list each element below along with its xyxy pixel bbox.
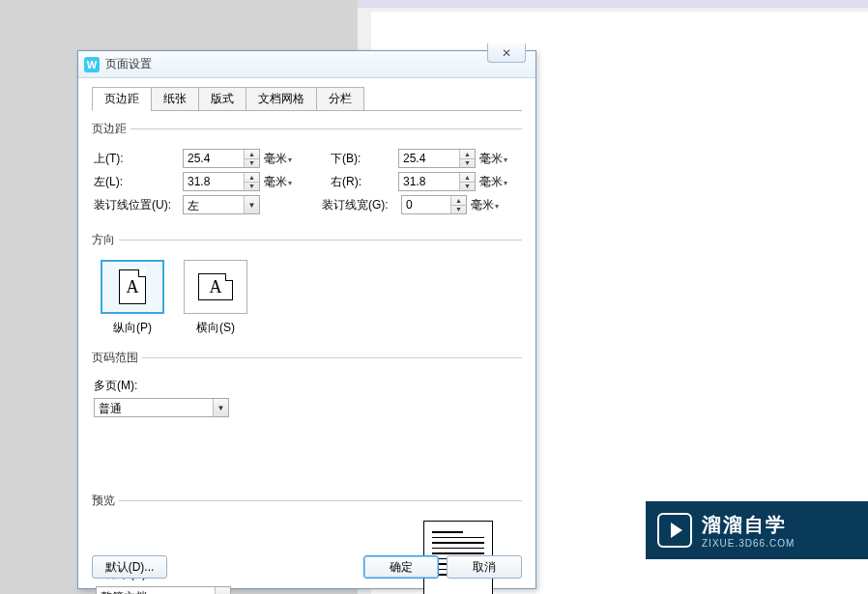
margins-row-1: 上(T): ▲▼ 毫米 下(B): ▲▼ 毫米 (94, 149, 520, 168)
dialog-titlebar: W 页面设置 ✕ (78, 51, 535, 78)
gutter-pos-label: 装订线位置(U): (94, 197, 183, 213)
page-range-group: 页码范围 多页(M): 普通 ▼ (92, 350, 522, 483)
gutter-pos-combo[interactable]: 左 ▼ (183, 195, 260, 214)
default-button[interactable]: 默认(D)... (92, 555, 167, 579)
page-setup-dialog: W 页面设置 ✕ 页边距 纸张 版式 文档网格 分栏 页边距 上(T): ▲▼ … (77, 50, 536, 589)
gutter-width-unit[interactable]: 毫米 (471, 197, 499, 213)
apply-to-combo[interactable]: 整篇文档 ▼ (96, 586, 231, 594)
top-spinner-arrows[interactable]: ▲▼ (244, 150, 259, 167)
multi-page-label: 多页(M): (94, 378, 137, 394)
apply-to-value: 整篇文档 (97, 587, 215, 594)
preview-legend: 预览 (92, 493, 119, 509)
right-spinner[interactable]: ▲▼ (398, 172, 476, 191)
chevron-down-icon: ▼ (215, 587, 230, 594)
gutter-width-label: 装订线宽(G): (322, 197, 401, 213)
gutter-row: 装订线位置(U): 左 ▼ 装订线宽(G): ▲▼ 毫米 (94, 195, 520, 214)
landscape-label: 横向(S) (196, 320, 235, 336)
margins-legend: 页边距 (92, 121, 130, 137)
preview-group: 预览 应用于(Y): 整篇文档 ▼ (92, 493, 522, 594)
dialog-footer: 默认(D)... 确定 取消 (92, 555, 522, 579)
portrait-icon: A (119, 269, 146, 304)
multi-page-value: 普通 (95, 399, 213, 416)
landscape-icon: A (198, 273, 233, 300)
margins-group: 页边距 上(T): ▲▼ 毫米 下(B): ▲▼ 毫米 左(L): (92, 121, 522, 222)
top-unit[interactable]: 毫米 (264, 151, 292, 167)
app-icon: W (84, 57, 100, 72)
page-range-legend: 页码范围 (92, 350, 142, 366)
close-button[interactable]: ✕ (487, 43, 526, 63)
chevron-down-icon: ▼ (213, 399, 228, 416)
orientation-group: 方向 A 纵向(P) A 横向(S) (92, 232, 522, 340)
right-spinner-arrows[interactable]: ▲▼ (459, 173, 475, 190)
gutter-width-spinner[interactable]: ▲▼ (401, 195, 467, 214)
bottom-spinner-arrows[interactable]: ▲▼ (459, 150, 475, 167)
tab-strip: 页边距 纸张 版式 文档网格 分栏 (92, 86, 522, 111)
left-label: 左(L): (94, 174, 183, 190)
tab-columns[interactable]: 分栏 (316, 87, 364, 111)
tab-margins[interactable]: 页边距 (92, 87, 152, 111)
left-spinner-arrows[interactable]: ▲▼ (244, 173, 259, 190)
multi-page-combo[interactable]: 普通 ▼ (94, 398, 229, 417)
watermark-title: 溜溜自学 (702, 512, 795, 538)
close-icon: ✕ (502, 46, 511, 60)
right-input[interactable] (399, 173, 459, 190)
orientation-portrait[interactable]: A 纵向(P) (98, 260, 167, 336)
margins-row-2: 左(L): ▲▼ 毫米 右(R): ▲▼ 毫米 (94, 172, 520, 191)
gutter-width-arrows[interactable]: ▲▼ (450, 196, 466, 213)
left-input[interactable] (184, 173, 244, 190)
play-icon (657, 513, 692, 548)
top-input[interactable] (184, 150, 244, 167)
right-unit[interactable]: 毫米 (479, 174, 507, 190)
gutter-width-input[interactable] (402, 196, 450, 213)
tab-docgrid[interactable]: 文档网格 (246, 87, 317, 111)
cancel-button[interactable]: 取消 (447, 555, 522, 579)
orientation-legend: 方向 (92, 232, 119, 248)
bottom-input[interactable] (399, 150, 459, 167)
left-spinner[interactable]: ▲▼ (183, 172, 260, 191)
tab-paper[interactable]: 纸张 (151, 87, 199, 111)
bottom-label: 下(B): (331, 151, 398, 167)
watermark-url: ZIXUE.3D66.COM (702, 538, 795, 549)
chevron-down-icon: ▼ (244, 196, 259, 213)
top-spinner[interactable]: ▲▼ (183, 149, 260, 168)
dialog-body: 页边距 纸张 版式 文档网格 分栏 页边距 上(T): ▲▼ 毫米 下(B): … (78, 78, 535, 594)
gutter-pos-value: 左 (184, 196, 244, 213)
left-unit[interactable]: 毫米 (264, 174, 292, 190)
orientation-landscape[interactable]: A 横向(S) (181, 260, 250, 336)
dialog-title: 页面设置 (105, 56, 152, 72)
bottom-unit[interactable]: 毫米 (479, 151, 507, 167)
top-label: 上(T): (94, 151, 183, 167)
ok-button[interactable]: 确定 (363, 555, 439, 579)
portrait-label: 纵向(P) (113, 320, 152, 336)
watermark-badge: 溜溜自学 ZIXUE.3D66.COM (646, 501, 868, 559)
bottom-spinner[interactable]: ▲▼ (398, 149, 476, 168)
right-label: 右(R): (331, 174, 398, 190)
tab-layout[interactable]: 版式 (198, 87, 246, 111)
